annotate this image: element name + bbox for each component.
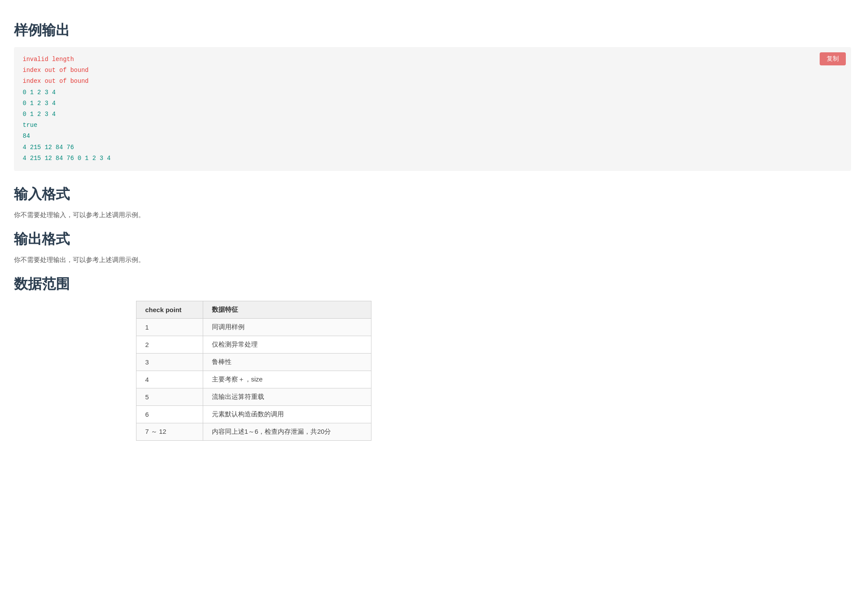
table-cell-checkpoint: 3 bbox=[136, 353, 203, 371]
table-row: 5流输出运算符重载 bbox=[136, 388, 371, 405]
table-row: 6元素默认构造函数的调用 bbox=[136, 405, 371, 423]
table-cell-checkpoint: 5 bbox=[136, 388, 203, 405]
table-container: check point 数据特征 1同调用样例2仅检测异常处理3鲁棒性4主要考察… bbox=[136, 301, 851, 441]
output-line: 4 215 12 84 76 bbox=[23, 142, 842, 153]
output-line: index out of bound bbox=[23, 65, 842, 76]
table-row: 7 ～ 12内容同上述1～6，检查内存泄漏，共20分 bbox=[136, 423, 371, 440]
output-line: 0 1 2 3 4 bbox=[23, 109, 842, 120]
output-lines: invalid lengthindex out of boundindex ou… bbox=[23, 54, 842, 164]
table-cell-checkpoint: 4 bbox=[136, 371, 203, 388]
output-format-description: 你不需要处理输出，可以参考上述调用示例。 bbox=[14, 256, 851, 264]
output-line: 4 215 12 84 76 0 1 2 3 4 bbox=[23, 153, 842, 164]
table-row: 1同调用样例 bbox=[136, 318, 371, 336]
data-range-table: check point 数据特征 1同调用样例2仅检测异常处理3鲁棒性4主要考察… bbox=[136, 301, 371, 441]
data-range-section: 数据范围 check point 数据特征 1同调用样例2仅检测异常处理3鲁棒性… bbox=[14, 275, 851, 441]
col1-header: check point bbox=[136, 301, 203, 318]
table-cell-checkpoint: 2 bbox=[136, 336, 203, 353]
copy-button[interactable]: 复制 bbox=[820, 52, 846, 65]
table-header-row: check point 数据特征 bbox=[136, 301, 371, 318]
table-row: 2仅检测异常处理 bbox=[136, 336, 371, 353]
table-cell-feature: 同调用样例 bbox=[203, 318, 371, 336]
output-line: 84 bbox=[23, 131, 842, 142]
data-range-title: 数据范围 bbox=[14, 275, 851, 294]
col2-header: 数据特征 bbox=[203, 301, 371, 318]
table-cell-feature: 主要考察＋，size bbox=[203, 371, 371, 388]
sample-output-title: 样例输出 bbox=[14, 21, 851, 40]
output-line: 0 1 2 3 4 bbox=[23, 98, 842, 109]
input-format-title: 输入格式 bbox=[14, 185, 851, 204]
table-cell-feature: 鲁棒性 bbox=[203, 353, 371, 371]
output-line: 0 1 2 3 4 bbox=[23, 87, 842, 98]
table-header: check point 数据特征 bbox=[136, 301, 371, 318]
input-format-description: 你不需要处理输入，可以参考上述调用示例。 bbox=[14, 211, 851, 219]
table-body: 1同调用样例2仅检测异常处理3鲁棒性4主要考察＋，size5流输出运算符重载6元… bbox=[136, 318, 371, 440]
output-line: true bbox=[23, 120, 842, 131]
table-cell-feature: 流输出运算符重载 bbox=[203, 388, 371, 405]
table-cell-feature: 内容同上述1～6，检查内存泄漏，共20分 bbox=[203, 423, 371, 440]
table-cell-feature: 元素默认构造函数的调用 bbox=[203, 405, 371, 423]
output-format-title: 输出格式 bbox=[14, 230, 851, 249]
sample-output-section: 样例输出 复制 invalid lengthindex out of bound… bbox=[14, 21, 851, 171]
table-row: 4主要考察＋，size bbox=[136, 371, 371, 388]
output-format-section: 输出格式 你不需要处理输出，可以参考上述调用示例。 bbox=[14, 230, 851, 264]
output-line: index out of bound bbox=[23, 76, 842, 87]
table-cell-checkpoint: 6 bbox=[136, 405, 203, 423]
table-cell-feature: 仅检测异常处理 bbox=[203, 336, 371, 353]
output-line: invalid length bbox=[23, 54, 842, 65]
table-cell-checkpoint: 1 bbox=[136, 318, 203, 336]
table-row: 3鲁棒性 bbox=[136, 353, 371, 371]
table-cell-checkpoint: 7 ～ 12 bbox=[136, 423, 203, 440]
output-box: 复制 invalid lengthindex out of boundindex… bbox=[14, 47, 851, 171]
input-format-section: 输入格式 你不需要处理输入，可以参考上述调用示例。 bbox=[14, 185, 851, 219]
